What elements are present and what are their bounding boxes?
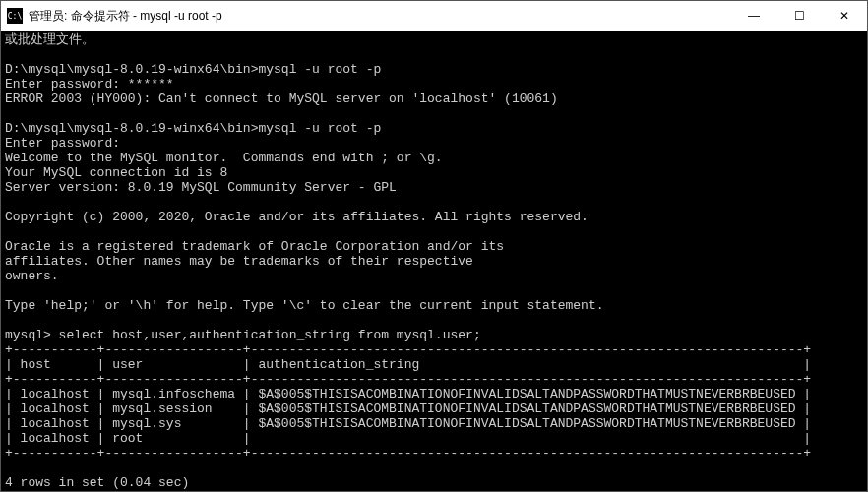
- line-welcome-3: Server version: 8.0.19 MySQL Community S…: [5, 180, 397, 195]
- line-rowcount: 4 rows in set (0.04 sec): [5, 475, 189, 490]
- titlebar[interactable]: C:\ 管理员: 命令提示符 - mysql -u root -p — ☐ ✕: [1, 1, 867, 31]
- table-row: | localhost | root | |: [5, 431, 811, 446]
- cmd-icon-label: C:\: [8, 12, 22, 21]
- line-trademark-3: owners.: [5, 269, 59, 283]
- line-copyright: Copyright (c) 2000, 2020, Oracle and/or …: [5, 210, 589, 224]
- line-cmd-2: D:\mysql\mysql-8.0.19-winx64\bin>mysql -…: [5, 121, 381, 136]
- line-password-1: Enter password: ******: [5, 77, 174, 92]
- line-password-2: Enter password:: [5, 136, 120, 151]
- table-border-top: +-----------+------------------+--------…: [5, 342, 811, 357]
- maximize-button[interactable]: ☐: [776, 1, 822, 31]
- window-title: 管理员: 命令提示符 - mysql -u root -p: [29, 8, 731, 25]
- table-row: | localhost | mysql.sys | $A$005$THISISA…: [5, 416, 811, 431]
- table-row: | localhost | mysql.session | $A$005$THI…: [5, 401, 811, 416]
- line-prior-output: 或批处理文件。: [5, 32, 94, 47]
- close-button[interactable]: ✕: [822, 1, 867, 31]
- line-trademark-2: affiliates. Other names may be trademark…: [5, 254, 473, 269]
- line-welcome-1: Welcome to the MySQL monitor. Commands e…: [5, 151, 443, 165]
- terminal[interactable]: 或批处理文件。 D:\mysql\mysql-8.0.19-winx64\bin…: [1, 31, 867, 491]
- minimize-button[interactable]: —: [731, 1, 776, 31]
- table-border-bottom: +-----------+------------------+--------…: [5, 446, 811, 461]
- window: C:\ 管理员: 命令提示符 - mysql -u root -p — ☐ ✕ …: [0, 0, 868, 492]
- line-error: ERROR 2003 (HY000): Can't connect to MyS…: [5, 92, 558, 106]
- line-query: mysql> select host,user,authentication_s…: [5, 328, 481, 342]
- table-row: | localhost | mysql.infoschema | $A$005$…: [5, 387, 811, 401]
- line-cmd-1: D:\mysql\mysql-8.0.19-winx64\bin>mysql -…: [5, 62, 381, 77]
- cmd-icon: C:\: [7, 8, 23, 24]
- line-welcome-2: Your MySQL connection id is 8: [5, 165, 227, 180]
- window-buttons: — ☐ ✕: [731, 1, 867, 31]
- line-help: Type 'help;' or '\h' for help. Type '\c'…: [5, 298, 604, 313]
- table-header: | host | user | authentication_string |: [5, 357, 811, 372]
- table-border-mid: +-----------+------------------+--------…: [5, 372, 811, 387]
- line-trademark-1: Oracle is a registered trademark of Orac…: [5, 239, 504, 254]
